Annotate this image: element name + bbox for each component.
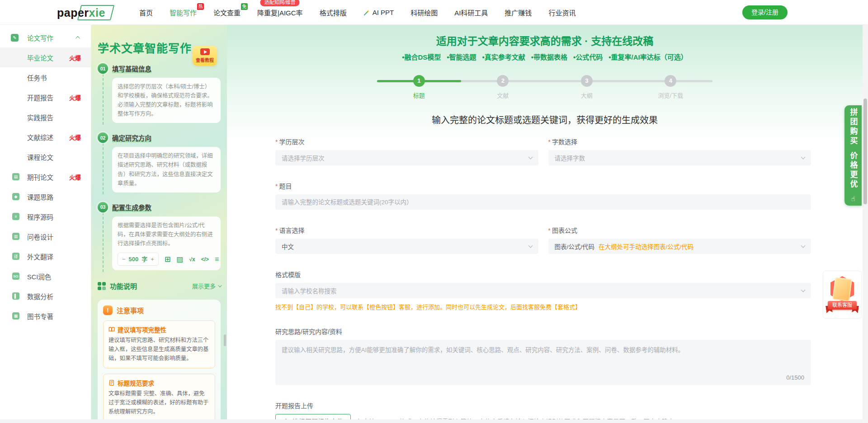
features-header: 功能说明 展示更多 — [98, 281, 221, 291]
guide-step-3-text: 根据需要选择是否包含图片/公式/代码，在具体要求需要在大纲处的右侧进行选择操作点… — [118, 222, 213, 247]
nav-item-ai-ppt-label: AI PPT — [373, 9, 394, 16]
research-field: 研究思路/研究内容/资料 0/1500 — [275, 327, 811, 385]
golden-note-icon — [832, 277, 852, 301]
plus-button[interactable]: + — [151, 254, 154, 264]
sidebar-item-proposal-report[interactable]: 开题报告 火爆 — [0, 87, 91, 107]
notice-card-completeness: 建议填写项完整性 建议填写研究思路、研究材料和方法三个输入框，这些信息是生成高质… — [103, 320, 215, 368]
hot-badge: 热 — [197, 3, 204, 10]
nav-item-home[interactable]: 首页 — [139, 8, 153, 17]
logo-text-paper: paper — [57, 6, 89, 19]
bar-chart-icon: ▌ — [12, 292, 19, 300]
sidebar-item-book-monograph[interactable]: ▦ 图书专著 — [0, 306, 91, 326]
nav-item-promotion[interactable]: 推广赚钱 — [505, 8, 532, 17]
login-register-button[interactable]: 登录/注册 — [742, 5, 788, 19]
education-level-select[interactable]: 请选择学历层次 — [275, 150, 538, 165]
logo-text-xie: xie — [89, 6, 105, 19]
research-textarea[interactable] — [275, 340, 811, 385]
school-template-select[interactable]: 请输入学校名称搜索 — [275, 283, 811, 298]
required-mark: * — [548, 138, 551, 146]
education-level-field: *学历层次 请选择学历层次 — [275, 137, 538, 165]
hero-title: 适用对于文章内容要求高的需求 · 支持在线改稿 — [227, 33, 863, 48]
image-icon[interactable]: ▨ — [176, 256, 183, 263]
notice-card-title-rules: 标题规范要求 文章标题需要 完整、准确、具体，避免过于宽泛或模糊的表述，好的标题… — [103, 374, 215, 419]
contact-support-widget[interactable]: 联系客服 — [823, 271, 862, 319]
nav-item-plagiarism-check[interactable]: 论文查重 免 — [213, 8, 241, 17]
required-mark: * — [275, 138, 278, 146]
nav-item-formatting[interactable]: 格式排版 — [320, 8, 347, 17]
main-content: 适用对于文章内容要求高的需求 · 支持在线改稿 •融合DS模型 •智能选题 •真… — [227, 25, 863, 419]
sidebar-item-data-analysis[interactable]: ▌ 数据分析 — [0, 286, 91, 306]
book-icon: ▦ — [12, 312, 19, 320]
sidebar-item-graduation-thesis[interactable]: 毕业论文 火爆 — [0, 47, 91, 67]
step-number-badge: 03 — [98, 202, 108, 212]
sidebar-item-questionnaire-design[interactable]: ▥ 问卷设计 — [0, 226, 91, 246]
paper-form: *学历层次 请选择学历层次 *字数选择 请选择字数 *题目 *语言选择 — [275, 137, 811, 419]
sidebar-item-source-code[interactable]: ≡ 程序源码 — [0, 207, 91, 226]
notice-header: ! 注意事项 — [103, 306, 215, 315]
sidebar-item-sci-polish[interactable]: SCI SCI润色 — [0, 266, 91, 286]
guide-step-3-header: 03 配置生成参数 — [98, 202, 221, 212]
guide-step-1-body: 选择您的学历层次（本科/硕士/博士）和学校模板，确保格式规范符合要求。必须输入完… — [103, 74, 221, 125]
magic-wand-icon — [363, 9, 370, 16]
sidebar-section-paper-writing[interactable]: ✎ 论文写作 — [0, 28, 91, 47]
group-buy-banner[interactable]: 拼团购买 价格更优 ☝ — [844, 105, 862, 206]
contact-badge: 联系客服 — [827, 275, 857, 314]
language-select[interactable]: 中文 — [275, 239, 538, 254]
hot-tag: 火爆 — [69, 133, 81, 141]
code-icon[interactable]: </> — [201, 257, 209, 262]
hot-tag: 火爆 — [69, 53, 81, 62]
nav-item-smart-writing[interactable]: 智能写作 热 — [170, 8, 197, 17]
document-icon — [108, 380, 115, 386]
upload-proposal-button[interactable]: 选择开题报告文件 — [275, 414, 351, 419]
progress-steps: 1 标题 2 文献 3 大纲 4 浏览/下载 — [377, 75, 712, 103]
formula-icon[interactable]: √x — [189, 257, 195, 262]
alert-icon: ! — [103, 306, 113, 315]
play-icon — [200, 48, 210, 55]
word-count-stepper[interactable]: − 500 字 + — [118, 253, 159, 266]
sidebar-item-practice-report[interactable]: 实践报告 — [0, 107, 91, 127]
word-count-select[interactable]: 请选择字数 — [548, 150, 811, 165]
nav-item-ai-research-tools[interactable]: AI科研工具 — [454, 8, 488, 17]
panel-scrollbar-thumb[interactable] — [224, 334, 226, 346]
required-mark: * — [548, 227, 551, 234]
sidebar-item-foreign-translation[interactable]: 译 外文翻译 — [0, 246, 91, 266]
sidebar: ✎ 论文写作 毕业论文 火爆 任务书 开题报告 火爆 实践报告 文献综述 火爆 … — [0, 25, 91, 419]
nav-item-industry-news[interactable]: 行业资讯 — [548, 8, 576, 17]
guide-step-2-body: 在项目选择中明确您的研究领域，详细描述研究思路、研究材料（或数据报告）和研究方法… — [103, 143, 221, 194]
notice-section: ! 注意事项 建议填写项完整性 建议填写研究思路、研究材料和方法三个输入框，这些… — [98, 300, 221, 419]
logo[interactable]: paper xie — [54, 5, 111, 20]
minus-button[interactable]: − — [122, 254, 126, 264]
proposal-upload-field: 开题报告上传 选择开题报告文件 仅支持docx/doc格式，上传较慢需耐心等待，… — [275, 401, 811, 419]
top-navbar: paper xie 首页 智能写作 热 论文查重 免 降重复|AIGC率 适配知… — [0, 0, 868, 25]
word-count-field: *字数选择 请选择字数 — [548, 137, 811, 165]
progress-step-outline: 3 大纲 — [557, 75, 616, 99]
chevron-down-icon — [801, 155, 806, 160]
sidebar-item-topic-ideas[interactable]: ◆ 课题思路 — [0, 187, 91, 207]
cnki-compat-badge: 适配知网/维普 — [260, 0, 300, 6]
vertical-scrollbar-thumb[interactable] — [863, 99, 867, 204]
chevron-down-icon — [528, 155, 533, 160]
chart-formula-select[interactable]: 图表/公式/代码 在大纲处可手动选择图表/公式/代码 — [548, 239, 811, 254]
sidebar-item-literature-review[interactable]: 文献综述 火爆 — [0, 127, 91, 147]
sidebar-item-journal-paper[interactable]: ▤ 期刊论文 火爆 — [0, 167, 91, 187]
title-input[interactable] — [275, 194, 811, 210]
view-tutorial-button[interactable]: 查看教程 — [193, 46, 217, 66]
guide-step-2-header: 02 确定研究方向 — [98, 132, 221, 143]
list-icon[interactable]: ≡ — [215, 256, 219, 263]
step-number-badge: 01 — [98, 63, 108, 74]
sidebar-item-task-book[interactable]: 任务书 — [0, 67, 91, 87]
nav-item-sci-drawing[interactable]: 科研绘图 — [410, 8, 438, 17]
guide-step-3-body: 根据需要选择是否包含图片/公式/代码，在具体要求需要在大纲处的右侧进行选择操作点… — [103, 212, 221, 272]
step-number-badge: 02 — [98, 132, 108, 143]
table-icon[interactable]: ⊞ — [165, 256, 170, 263]
nav-item-ai-ppt[interactable]: AI PPT — [363, 9, 394, 16]
required-mark: * — [275, 227, 278, 234]
show-more-button[interactable]: 展示更多 — [192, 282, 221, 290]
features-grid-icon — [98, 282, 106, 290]
nav-item-plagiarism-label: 论文查重 — [213, 8, 241, 17]
sidebar-section-label: 论文写作 — [27, 33, 53, 42]
vertical-scrollbar-track — [863, 25, 868, 423]
nav-item-reduce-aigc[interactable]: 降重复|AIGC率 适配知网/维普 — [257, 8, 303, 17]
free-badge: 免 — [241, 3, 248, 10]
sidebar-item-course-paper[interactable]: 课程论文 — [0, 147, 91, 167]
